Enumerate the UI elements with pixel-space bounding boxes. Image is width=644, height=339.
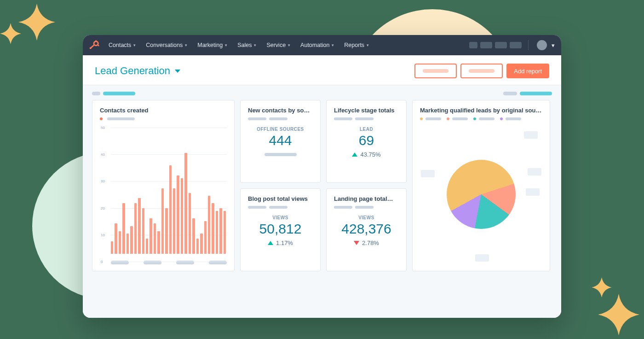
nav-label: Marketing [197,42,223,48]
delta-value: 43.75% [360,151,380,158]
metric-label: OFFLINE SOURCES [248,127,313,132]
bar [146,239,148,254]
card-landing-views[interactable]: Landing page total… VIEWS 428,376 2.78% [326,188,407,271]
nav-conversations[interactable]: Conversations▾ [142,39,191,51]
bar [224,211,226,254]
nav-sales[interactable]: Sales▾ [234,39,260,51]
caret-down-icon [354,241,359,245]
pie-chart [420,124,542,264]
card-mql-by-source[interactable]: Marketing qualified leads by original so… [412,100,550,271]
bar [165,208,167,254]
sparkle-icon [18,4,55,41]
sparkle-icon [592,277,612,298]
app-window: Contacts▾ Conversations▾ Marketing▾ Sale… [83,35,561,318]
nav-automation[interactable]: Automation▾ [297,39,338,51]
nav-reports[interactable]: Reports▾ [340,39,373,51]
metric-value: 50,812 [248,221,313,237]
bar [216,211,218,254]
bar [138,198,140,254]
sparkle-icon [598,294,639,335]
legend-placeholder [479,117,494,120]
legend-dot-icon [420,117,423,120]
nav-action-placeholder[interactable] [480,42,492,48]
add-report-button[interactable]: Add report [506,64,549,78]
chevron-down-icon: ▾ [367,43,369,47]
bar [111,241,113,254]
chevron-down-icon: ▾ [133,43,136,47]
chevron-down-icon: ▾ [332,43,334,47]
dashboard-title-dropdown[interactable]: Lead Generation [95,65,180,77]
nav-label: Conversations [146,42,183,48]
bar [173,188,175,254]
bar [154,223,156,254]
avatar[interactable] [537,40,547,50]
bar [130,226,132,254]
nav-service[interactable]: Service▾ [263,39,294,51]
metric-delta: 1.17% [248,240,313,246]
legend-dot-icon [447,117,449,120]
nav-label: Contacts [109,42,131,48]
page-header: Lead Generation Add report [83,55,561,85]
bar [134,203,137,254]
metric-value: 428,376 [334,221,399,237]
pie-graphic [447,160,516,229]
legend-dot-icon [473,117,476,120]
report-grid: Contacts created 01020304050 New contact… [92,100,552,271]
placeholder-line [264,153,297,156]
svg-point-0 [94,41,98,46]
pie-callout [528,168,541,175]
metric-value: 444 [248,133,313,148]
toolbar-right [503,92,552,95]
nav-contacts[interactable]: Contacts▾ [105,39,139,51]
chevron-down-icon: ▾ [288,43,290,47]
nav-label: Service [266,42,286,48]
card-lifecycle[interactable]: Lifecycle stage totals LEAD 69 43.75% [326,100,407,183]
bar [196,239,199,254]
top-nav: Contacts▾ Conversations▾ Marketing▾ Sale… [83,35,561,55]
page-title: Lead Generation [95,65,170,77]
card-new-contacts[interactable]: New contacts by source OFFLINE SOURCES 4… [240,100,321,183]
nav-label: Reports [344,42,364,48]
legend-dot-icon [100,117,103,120]
bar [115,223,117,254]
nav-label: Automation [300,42,329,48]
card-title: Landing page total… [334,195,399,202]
card-title: New contacts by source [248,107,313,114]
metric-value: 69 [334,133,399,148]
delta-value: 2.78% [362,240,379,246]
chevron-down-icon: ▾ [225,43,227,47]
card-blog-views[interactable]: Blog post total views VIEWS 50,812 1.17% [240,188,321,271]
nav-action-placeholder[interactable] [510,42,522,48]
card-contacts-created[interactable]: Contacts created 01020304050 [92,100,235,271]
nav-action-placeholder[interactable] [495,42,507,48]
nav-action-placeholder[interactable] [469,42,477,48]
bar [142,208,144,254]
metric-label: VIEWS [248,215,313,220]
nav-marketing[interactable]: Marketing▾ [194,39,231,51]
chevron-down-icon[interactable]: ▾ [552,42,555,49]
legend-placeholder [506,117,521,120]
svg-point-4 [98,45,99,46]
caret-down-icon [175,70,180,73]
bar [126,234,129,254]
pie-callout [475,254,489,262]
bar [219,208,222,254]
pie-callout [421,170,435,177]
dashboard-body: Contacts created 01020304050 New contact… [83,85,561,318]
header-outline-button-2[interactable] [460,64,503,78]
bar [119,231,121,254]
header-outline-button-1[interactable] [414,64,457,78]
bar [184,153,187,254]
bar [161,188,164,254]
legend-placeholder [426,117,441,120]
pie-callout [524,131,538,139]
caret-up-icon [268,241,273,245]
bar [192,218,195,254]
bar [200,234,202,254]
card-title: Lifecycle stage totals [334,107,399,114]
bar [177,175,179,254]
toolbar-left [92,92,135,95]
bar [181,178,183,254]
metric-delta: 2.78% [334,240,399,246]
card-title: Blog post total views [248,195,313,202]
